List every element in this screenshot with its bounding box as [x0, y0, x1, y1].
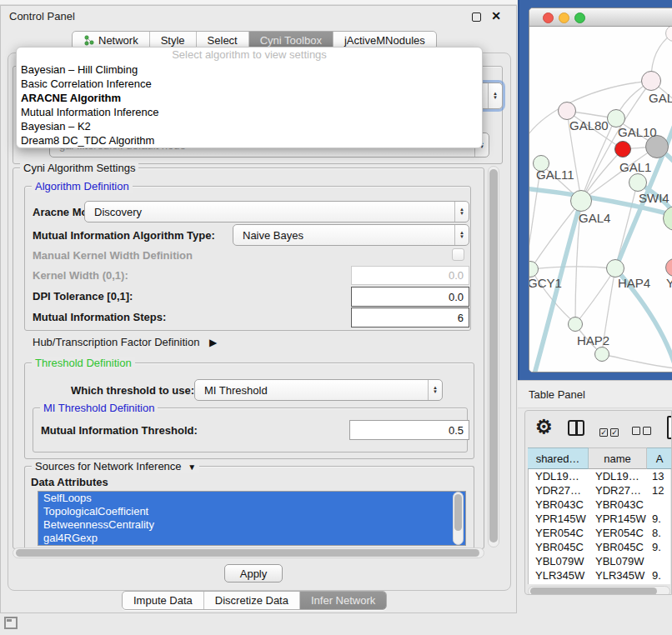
- kernel-width-label: Kernel Width (0,1):: [33, 269, 128, 282]
- table-cell[interactable]: YBL079W: [535, 554, 587, 568]
- list-item[interactable]: gal4RGexp: [38, 532, 465, 545]
- table-row[interactable]: YIL053C YIL053C 9: [529, 582, 670, 584]
- node[interactable]: [594, 347, 609, 362]
- dpi-tolerance-label: DPI Tolerance [0,1]:: [33, 290, 133, 303]
- table-cell[interactable]: YLR345W: [595, 568, 647, 582]
- list-item[interactable]: TopologicalCoefficient: [38, 505, 465, 518]
- deselect-columns-icon[interactable]: [632, 423, 654, 438]
- table-cell[interactable]: YBR045C: [595, 540, 647, 554]
- table-cell[interactable]: [652, 498, 670, 512]
- node-hap4[interactable]: [606, 259, 624, 278]
- node-label: GAL80: [569, 118, 609, 132]
- tab-label: jActiveMNodules: [344, 34, 425, 47]
- table-cell[interactable]: YBR043C: [535, 498, 587, 512]
- settings-horizontal-scrollbar: [13, 548, 484, 558]
- menu-item-dream8[interactable]: Dream8 DC_TDC Algorithm: [17, 133, 482, 148]
- table-cell[interactable]: YDR27…: [535, 483, 587, 498]
- show-column-icon[interactable]: [667, 416, 672, 439]
- menu-item-bayesian-hill-climbing[interactable]: Bayesian – Hill Climbing: [17, 62, 482, 77]
- split-columns-icon[interactable]: [568, 420, 584, 436]
- table-row[interactable]: YLR345W YLR345W 9.: [529, 568, 670, 582]
- table-row[interactable]: YDL19… YDL19… 13: [529, 469, 670, 483]
- node-swi4[interactable]: [629, 173, 647, 192]
- table-cell[interactable]: YIL053C: [535, 582, 587, 584]
- zoom-traffic-light-icon[interactable]: [574, 12, 585, 23]
- column-header-name[interactable]: name: [589, 448, 647, 469]
- minimize-traffic-light-icon[interactable]: [559, 12, 569, 23]
- table-cell[interactable]: 9.: [652, 568, 670, 582]
- table-cell[interactable]: 9: [652, 582, 670, 584]
- menu-item-mutual-information[interactable]: Mutual Information Inference: [17, 105, 482, 119]
- mi-steps-input[interactable]: 6: [351, 308, 469, 328]
- float-window-icon[interactable]: [472, 12, 481, 22]
- kernel-width-input[interactable]: 0.0: [351, 266, 469, 285]
- tab-impute-data[interactable]: Impute Data: [123, 592, 204, 609]
- chevron-right-icon: ▶: [209, 336, 217, 349]
- which-threshold-combo[interactable]: MI Threshold ▲▼: [194, 379, 443, 401]
- spinner-arrows-icon: ▲▼: [454, 225, 469, 245]
- table-cell[interactable]: YER054C: [595, 526, 647, 540]
- mi-threshold-input[interactable]: 0.5: [349, 420, 469, 440]
- scrollbar-thumb[interactable]: [489, 169, 498, 542]
- tab-label: Network: [98, 34, 138, 47]
- table-cell[interactable]: YLR345W: [535, 568, 587, 582]
- chevron-down-icon[interactable]: ▼: [188, 461, 196, 473]
- table-cell[interactable]: 8.: [652, 526, 670, 540]
- table-cell[interactable]: YIL053C: [595, 582, 647, 584]
- scrollbar-thumb[interactable]: [454, 494, 462, 531]
- settings-vertical-scrollbar: [488, 166, 499, 548]
- table-row[interactable]: YBR045C YBR045C 9.: [529, 540, 670, 554]
- table-cell[interactable]: YBR045C: [535, 540, 587, 554]
- hub-definition-toggle[interactable]: Hub/Transcription Factor Definition ▶: [33, 336, 217, 349]
- menu-item-basic-correlation[interactable]: Basic Correlation Inference: [17, 77, 482, 91]
- tab-infer-network[interactable]: Infer Network: [300, 592, 386, 609]
- table-cell[interactable]: YDL19…: [535, 469, 587, 483]
- list-item[interactable]: BetweennessCentrality: [38, 518, 465, 532]
- table-cell[interactable]: YDL19…: [595, 469, 647, 483]
- scrollbar-thumb[interactable]: [16, 549, 479, 557]
- mi-algorithm-type-combo[interactable]: Naive Bayes ▲▼: [233, 224, 469, 246]
- table-row[interactable]: YDR27… YDR27… 12: [529, 483, 670, 498]
- table-cell[interactable]: 9.: [652, 540, 670, 554]
- table-cell[interactable]: 12: [652, 483, 670, 498]
- tab-discretize-data[interactable]: Discretize Data: [204, 592, 300, 609]
- table-cell[interactable]: YPR145W: [535, 512, 587, 526]
- node-gal1[interactable]: [614, 141, 631, 158]
- table-cell[interactable]: 13: [652, 469, 670, 483]
- apply-button[interactable]: Apply: [224, 564, 283, 582]
- node-label: GAL1: [619, 160, 651, 174]
- scrollbar-thumb[interactable]: [530, 588, 657, 595]
- table-cell[interactable]: YBL079W: [595, 554, 647, 568]
- table-cell[interactable]: YER054C: [535, 526, 587, 540]
- table-cell[interactable]: 9.: [652, 512, 670, 526]
- select-all-columns-icon[interactable]: ✓✓: [599, 423, 621, 438]
- column-header-partial[interactable]: A: [647, 448, 672, 469]
- group-title: Algorithm Definition: [32, 180, 133, 192]
- table-row[interactable]: YBL079W YBL079W: [529, 554, 670, 568]
- panel-dock-icon[interactable]: [4, 617, 18, 629]
- table-cell[interactable]: YDR27…: [595, 483, 647, 498]
- close-icon[interactable]: ✕: [491, 9, 501, 22]
- spinner-arrows-icon: ▲▼: [454, 202, 469, 222]
- network-canvas[interactable]: GAL80 GAL10 GAL1 GAL11 SWI4 GAL4 GCY1 HA…: [529, 27, 672, 372]
- aracne-mode-combo[interactable]: Discovery ▲▼: [84, 201, 469, 222]
- node-gal-partial[interactable]: [641, 71, 661, 91]
- node-hap2[interactable]: [568, 317, 583, 332]
- dpi-tolerance-input[interactable]: 0.0: [351, 287, 469, 307]
- list-item[interactable]: SelfLoops: [38, 492, 465, 505]
- close-traffic-light-icon[interactable]: [543, 12, 554, 23]
- gear-icon[interactable]: ⚙: [535, 416, 553, 438]
- node-gal4[interactable]: [570, 190, 592, 212]
- column-header-shared-name[interactable]: shared…: [528, 448, 589, 469]
- menu-item-bayesian-k2[interactable]: Bayesian – K2: [17, 119, 482, 133]
- node-gal80[interactable]: [558, 102, 576, 120]
- table-row[interactable]: YER054C YER054C 8.: [529, 526, 670, 540]
- table-cell[interactable]: [652, 554, 670, 568]
- table-cell[interactable]: YPR145W: [595, 512, 647, 526]
- table-row[interactable]: YBR043C YBR043C: [529, 498, 670, 512]
- node-label: GCY1: [529, 276, 562, 290]
- manual-kernel-checkbox[interactable]: [452, 248, 464, 261]
- table-cell[interactable]: YBR043C: [595, 498, 647, 512]
- menu-item-aracne[interactable]: ARACNE Algorithm: [17, 91, 482, 105]
- table-row[interactable]: YPR145W YPR145W 9.: [529, 512, 670, 526]
